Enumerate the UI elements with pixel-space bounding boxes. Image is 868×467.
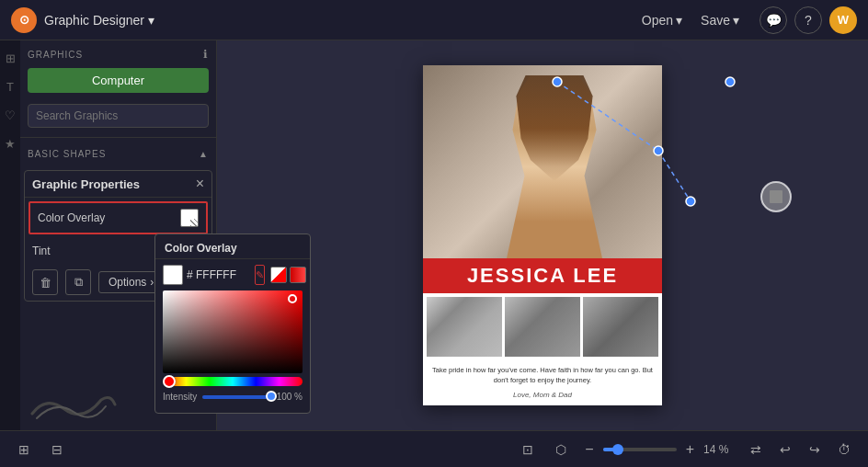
export-button[interactable]: ⬡ — [548, 437, 574, 462]
intensity-row: Intensity 100 % — [155, 386, 310, 402]
main-area: ⊞ T ♡ ★ GRAPHICS ℹ Computer BASIC SHAPES… — [0, 40, 868, 430]
zoom-slider[interactable] — [603, 448, 677, 451]
canvas-small-photo-2 — [505, 297, 580, 357]
color-overlay-row[interactable]: Color Overlay — [29, 201, 208, 234]
text-icon[interactable]: T — [6, 80, 14, 94]
popup-white-swatch[interactable] — [163, 265, 183, 285]
crop-icon: ⊡ — [522, 442, 533, 457]
canvas-signature: Love, Mom & Dad — [423, 391, 662, 403]
popup-color-input-row: ✎ — [155, 265, 310, 290]
zoom-value: 14 % — [703, 443, 736, 456]
graphic-props-header: Graphic Properties × — [25, 171, 211, 198]
hex-color-input[interactable] — [187, 268, 251, 281]
redo-button[interactable]: ↪ — [802, 437, 828, 462]
eyedropper-icon: ✎ — [256, 269, 264, 281]
export-icon: ⬡ — [555, 442, 566, 457]
bottom-toolbar: ⊞ ⊟ ⊡ ⬡ − + 14 % ⇄ ↩ ↪ ⏱ — [0, 430, 868, 467]
scribble-graphic — [28, 386, 120, 423]
basic-shapes-header: BASIC SHAPES ▲ — [20, 143, 216, 165]
undo-icon: ↩ — [780, 442, 791, 457]
search-graphics-input[interactable] — [28, 104, 209, 128]
grid-button[interactable]: ⊟ — [44, 437, 70, 462]
user-avatar[interactable]: W — [829, 6, 857, 34]
save-button[interactable]: Save ▾ — [691, 9, 748, 31]
swatch-overlay — [190, 219, 198, 226]
redo-icon: ↪ — [809, 442, 820, 457]
computer-button[interactable]: Computer — [28, 68, 209, 93]
color-overlay-popup: Color Overlay ✎ Intensity — [154, 234, 311, 414]
color-picker-handle[interactable] — [288, 294, 297, 303]
intensity-handle[interactable] — [266, 391, 277, 402]
popup-header: Color Overlay — [155, 234, 310, 259]
intensity-value: 100 % — [277, 392, 303, 402]
help-button[interactable]: ? — [794, 6, 822, 34]
layers-toolbar-button[interactable]: ⊞ — [11, 437, 37, 462]
color-gradient-picker[interactable] — [163, 290, 303, 373]
hue-handle[interactable] — [163, 375, 176, 388]
layers-icon[interactable]: ⊞ — [6, 51, 16, 65]
history-button[interactable]: ⏱ — [831, 437, 857, 462]
svg-point-5 — [686, 197, 695, 206]
zoom-controls: − + 14 % — [581, 441, 736, 458]
canvas-quote: Take pride in how far you've come. Have … — [423, 360, 662, 391]
svg-point-3 — [725, 77, 735, 86]
canvas-quote-text: Take pride in how far you've come. Have … — [432, 366, 653, 385]
info-icon[interactable]: ℹ — [203, 48, 209, 61]
layers-toolbar-icon: ⊞ — [18, 442, 29, 457]
help-icon: ? — [805, 13, 812, 28]
logo-icon: ⊙ — [19, 13, 29, 27]
zoom-out-button[interactable]: − — [581, 441, 597, 458]
gradient-swatches — [270, 267, 306, 283]
gradient-swatch-1[interactable] — [270, 267, 287, 283]
delete-button[interactable]: 🗑 — [32, 269, 58, 295]
zoom-handle[interactable] — [612, 444, 623, 455]
crop-button[interactable]: ⊡ — [515, 437, 541, 462]
undo-button[interactable]: ↩ — [772, 437, 798, 462]
right-toolbar-icons: ⇄ ↩ ↪ ⏱ — [743, 437, 857, 462]
graphics-section-header: GRAPHICS ℹ — [20, 40, 216, 64]
hue-slider[interactable] — [163, 377, 303, 386]
zoom-in-button[interactable]: + — [682, 441, 698, 458]
history-icon: ⏱ — [838, 442, 851, 457]
heart-icon[interactable]: ♡ — [5, 108, 16, 122]
canvas-name: JESSICA LEE — [467, 264, 618, 287]
resize-button[interactable]: ⇄ — [743, 437, 769, 462]
chevron-icon: ▾ — [148, 13, 154, 28]
comment-button[interactable]: 💬 — [760, 6, 787, 34]
canvas-main-photo — [423, 65, 662, 258]
options-chevron-icon: › — [150, 276, 154, 289]
app-name[interactable]: Graphic Designer ▾ — [44, 13, 154, 28]
open-button[interactable]: Open ▾ — [633, 9, 691, 31]
save-chevron-icon: ▾ — [733, 13, 739, 28]
gradient-swatch-2[interactable] — [290, 267, 306, 283]
collapse-icon[interactable]: ▲ — [199, 149, 209, 159]
duplicate-button[interactable]: ⧉ — [65, 269, 91, 295]
canvas-photos-row — [423, 293, 662, 360]
svg-point-6 — [761, 182, 791, 211]
grid-icon: ⊟ — [51, 442, 63, 457]
color-overlay-swatch[interactable] — [180, 209, 199, 227]
tint-label: Tint — [32, 245, 51, 257]
design-canvas: JESSICA LEE Take pride in how far you've… — [423, 65, 662, 405]
eyedropper-button[interactable]: ✎ — [255, 265, 265, 285]
graphic-props-title: Graphic Properties — [32, 177, 140, 191]
sidebar-icons: ⊞ T ♡ ★ — [0, 40, 20, 430]
canvas-area[interactable]: JESSICA LEE Take pride in how far you've… — [217, 40, 868, 430]
trash-icon: 🗑 — [40, 276, 51, 290]
divider — [20, 137, 216, 138]
graphic-props-close-button[interactable]: × — [196, 177, 204, 191]
canvas-small-photo-3 — [583, 297, 658, 357]
resize-icon: ⇄ — [750, 442, 761, 457]
copy-icon: ⧉ — [74, 275, 83, 290]
open-chevron-icon: ▾ — [676, 13, 682, 28]
intensity-slider[interactable] — [202, 395, 273, 399]
app-logo: ⊙ — [11, 7, 37, 33]
svg-line-1 — [658, 151, 691, 201]
svg-rect-7 — [770, 190, 782, 203]
topbar: ⊙ Graphic Designer ▾ Open ▾ Save ▾ 💬 ? W — [0, 0, 868, 40]
star-icon[interactable]: ★ — [5, 137, 16, 151]
intensity-label: Intensity — [163, 392, 199, 402]
comment-icon: 💬 — [766, 13, 782, 28]
color-overlay-label: Color Overlay — [38, 211, 105, 224]
canvas-small-photo-1 — [427, 297, 502, 357]
